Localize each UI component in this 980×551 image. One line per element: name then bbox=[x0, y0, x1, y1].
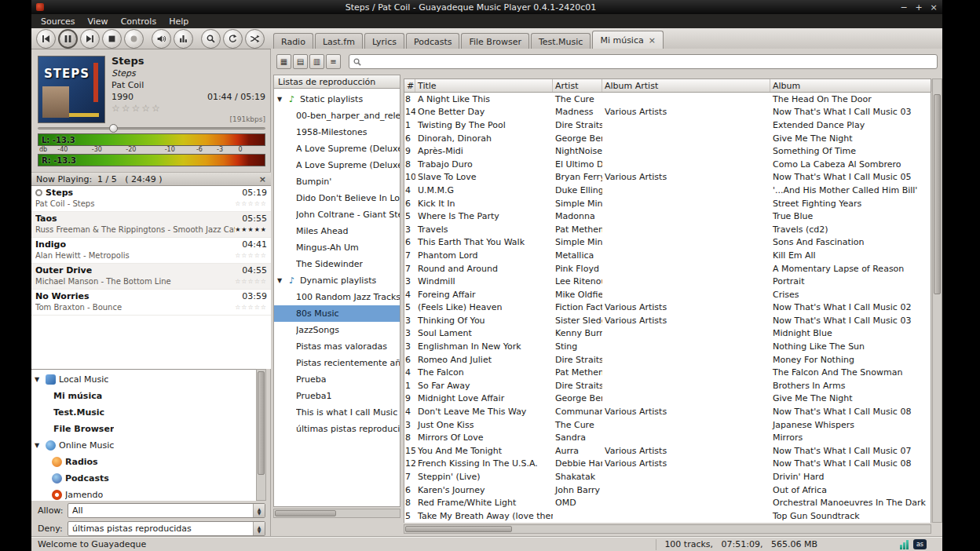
playlist-item[interactable]: Mingus-Ah Um bbox=[274, 239, 400, 256]
expander-icon[interactable]: ▼ bbox=[35, 376, 44, 383]
track-row[interactable]: 1Twisting By The PoolDire StraitsExtende… bbox=[404, 119, 931, 132]
tab-mi-musica[interactable]: Mi música× bbox=[592, 31, 664, 49]
track-row[interactable]: 6Dinorah, DinorahGeorge BensonGive Me Th… bbox=[404, 132, 931, 145]
library-item-test-music[interactable]: Test.Music bbox=[31, 404, 256, 421]
expander-icon[interactable]: ▼ bbox=[277, 277, 287, 284]
library-section-local-music[interactable]: ▼Local Music bbox=[31, 371, 256, 388]
track-row[interactable]: 3Just One KissThe CureJapanese Whispers bbox=[404, 418, 931, 432]
track-row[interactable]: 6Romeo And JulietDire StraitsMoney For N… bbox=[404, 353, 931, 367]
now-playing-row[interactable]: Steps05:19Pat Coil - Steps☆☆☆☆☆ bbox=[31, 186, 271, 212]
library-section-online-music[interactable]: ▼Online Music bbox=[31, 437, 256, 454]
menu-sources[interactable]: Sources bbox=[35, 16, 82, 27]
playlist-item[interactable]: This is what I call Music Randor bbox=[274, 404, 400, 421]
playlist-item[interactable]: Pistas mas valoradas bbox=[274, 338, 400, 355]
minimize-button[interactable]: − bbox=[898, 2, 910, 13]
tab-radio[interactable]: Radio bbox=[273, 33, 313, 49]
title-bar[interactable]: Steps / Pat Coil - Guayadeque Music Play… bbox=[31, 0, 942, 14]
maximize-button[interactable]: + bbox=[912, 2, 925, 13]
playlist-item[interactable]: JazzSongs bbox=[274, 322, 400, 338]
playlist-section-static-playlists[interactable]: ▼♪Static playlists bbox=[274, 91, 400, 108]
tab-podcasts[interactable]: Podcasts bbox=[406, 33, 460, 49]
view-mode-button-4[interactable]: ≡ bbox=[326, 54, 341, 69]
allow-combobox[interactable]: All ▲▼ bbox=[68, 503, 265, 518]
track-row[interactable]: 4Foreing AffairMike OldfieldCrises bbox=[404, 288, 931, 301]
library-scrollbar[interactable] bbox=[256, 369, 266, 501]
queue-track-rating[interactable]: ☆☆☆☆☆ bbox=[235, 278, 267, 285]
playlist-item[interactable]: Dido Don't Believe In Love Lista bbox=[274, 190, 400, 206]
volume-button[interactable] bbox=[152, 29, 171, 49]
pause-button[interactable] bbox=[58, 29, 78, 49]
track-row[interactable]: 7Phantom LordMetallicaKill Em All bbox=[404, 249, 931, 262]
tab-file-browser[interactable]: File Browser bbox=[461, 33, 528, 49]
now-playing-row[interactable]: Taos05:55Russ Freeman & The Rippingtons … bbox=[31, 212, 271, 238]
playlist-item[interactable]: últimas pistas reproducidas bbox=[274, 421, 400, 437]
player-rating-stars[interactable]: ☆☆☆☆☆ bbox=[112, 103, 265, 114]
tab-lyrics[interactable]: Lyrics bbox=[364, 33, 404, 49]
column-header-title[interactable]: Title bbox=[415, 79, 553, 92]
stop-button[interactable] bbox=[102, 29, 122, 49]
view-mode-button-1[interactable]: ▦ bbox=[276, 54, 291, 69]
track-row[interactable]: 3Englishman In New YorkStingNothing Like… bbox=[404, 340, 931, 353]
progress-groove[interactable] bbox=[38, 127, 265, 130]
expander-icon[interactable]: ▼ bbox=[35, 442, 44, 449]
queue-track-rating[interactable]: ☆☆☆☆☆ bbox=[235, 200, 267, 207]
playlist-item[interactable]: A Love Supreme (Deluxe Editio bbox=[274, 140, 400, 157]
library-item-jamendo[interactable]: Jamendo bbox=[31, 487, 256, 501]
playlist-item[interactable]: John Coltrane - Giant Steps bbox=[274, 206, 400, 223]
next-button[interactable] bbox=[80, 29, 100, 49]
track-row[interactable]: 6Karen's JourneyJohn BarryOut of Africa bbox=[404, 483, 931, 497]
audioscrobbler-icon[interactable]: as bbox=[913, 539, 927, 549]
track-row[interactable]: 5Where Is The PartyMadonnaTrue Blue bbox=[404, 210, 931, 223]
track-row[interactable]: 7Steppin' (Live)ShakatakDrivin' Hard bbox=[404, 470, 931, 483]
track-row[interactable]: 7Round and AroundPink FloydA Momentary L… bbox=[404, 262, 931, 276]
tracklist-vscrollbar[interactable] bbox=[932, 78, 942, 523]
tab-last-fm[interactable]: Last.fm bbox=[315, 33, 363, 49]
track-row[interactable]: 1So Far AwayDire StraitsBrothers In Arms bbox=[404, 379, 931, 392]
track-row[interactable]: 9Midnight Love AffairGeorge BensonGive M… bbox=[404, 392, 931, 406]
track-row[interactable]: 3Thinking Of YouSister SledgeVarious Art… bbox=[404, 314, 931, 327]
playlist-item[interactable]: A Love Supreme (Deluxe Editio bbox=[274, 157, 400, 173]
column-header-album-artist[interactable]: Album Artist bbox=[602, 79, 770, 92]
playlist-section-dynamic-playlists[interactable]: ▼♪Dynamic playlists bbox=[274, 272, 400, 289]
repeat-button[interactable] bbox=[223, 29, 243, 49]
playlist-item[interactable]: Bumpin' bbox=[274, 173, 400, 190]
column-header-num[interactable]: # bbox=[404, 79, 415, 92]
playlist-item[interactable]: 100 Random Jazz Tracks bbox=[274, 289, 400, 305]
now-playing-row[interactable]: No Worries03:59Tom Braxton - Bounce☆☆☆☆☆ bbox=[31, 290, 271, 316]
now-playing-row[interactable]: Outer Drive04:55Michael Manson - The Bot… bbox=[31, 264, 271, 290]
track-row[interactable]: 8Red Frame/White LightOMDOrchestral Mano… bbox=[404, 496, 931, 509]
playlist-item[interactable]: Prueba1 bbox=[274, 388, 400, 404]
expander-icon[interactable]: ▼ bbox=[277, 96, 287, 103]
queue-track-rating[interactable]: ☆☆☆☆☆ bbox=[235, 304, 267, 311]
library-item-mi-musica[interactable]: Mi música bbox=[31, 388, 256, 404]
close-button[interactable]: × bbox=[927, 2, 940, 13]
deny-spinner-icon[interactable]: ▲▼ bbox=[253, 522, 265, 535]
tracklist-hscrollbar[interactable] bbox=[404, 524, 931, 534]
playlists-hscrollbar-thumb[interactable] bbox=[275, 510, 336, 516]
track-row[interactable]: 4Don't Leave Me This WayCommunardsVariou… bbox=[404, 405, 931, 418]
shuffle-button[interactable] bbox=[245, 29, 265, 49]
track-row[interactable]: 8A Night Like ThisThe CureThe Head On Th… bbox=[404, 93, 931, 106]
playlists-panel-header[interactable]: Listas de reproducción bbox=[273, 75, 400, 89]
library-item-file-browser[interactable]: File Browser bbox=[31, 421, 256, 437]
previous-button[interactable] bbox=[36, 29, 56, 49]
view-mode-button-2[interactable]: ▤ bbox=[293, 54, 308, 69]
track-row[interactable]: 8Trabajo DuroEl Ultimo De La FilaComo La… bbox=[404, 158, 931, 171]
playlist-item[interactable]: The Sidewinder bbox=[274, 256, 400, 272]
track-row[interactable]: 9Après-MidiNightNoiseSomething Of Time bbox=[404, 144, 931, 158]
now-playing-close-icon[interactable]: × bbox=[259, 174, 266, 184]
playlist-item[interactable]: Prueba bbox=[274, 371, 400, 388]
column-header-album[interactable]: Album bbox=[770, 79, 932, 92]
now-playing-row[interactable]: Indigo04:41Alan Hewitt - Metropolis☆☆☆☆☆ bbox=[31, 238, 271, 264]
library-scrollbar-thumb[interactable] bbox=[258, 371, 265, 475]
track-row[interactable]: 10Slave To LoveBryan FerryVarious Artist… bbox=[404, 171, 931, 184]
track-row[interactable]: 6This Earth That You WalkSimple MindsSon… bbox=[404, 236, 931, 250]
queue-track-rating[interactable]: ★★★★★ bbox=[235, 226, 267, 233]
track-row[interactable]: 14One Better DayMadnessVarious ArtistsNo… bbox=[404, 106, 931, 119]
tracklist-hscrollbar-thumb[interactable] bbox=[405, 526, 512, 532]
playlist-item[interactable]: 80s Music bbox=[274, 305, 400, 322]
menu-controls[interactable]: Controls bbox=[115, 16, 163, 27]
view-mode-button-3[interactable]: ▥ bbox=[309, 54, 324, 69]
track-row[interactable]: 4U.M.M.GDuke Ellington'...And His Mother… bbox=[404, 184, 931, 197]
column-header-artist[interactable]: Artist bbox=[553, 79, 602, 92]
